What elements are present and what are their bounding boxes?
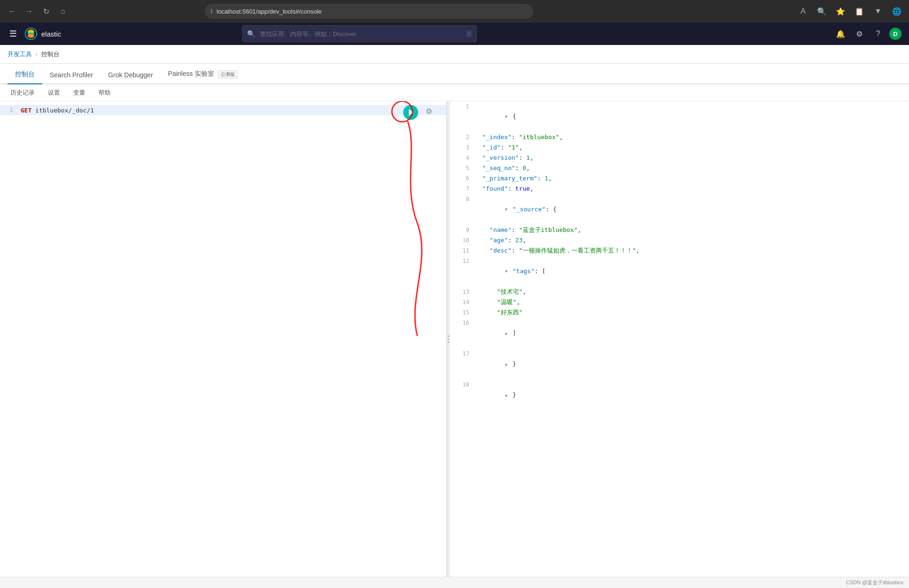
result-num-11: 11 xyxy=(450,246,473,256)
result-content-11: "desc": "一顿操作猛如虎，一看工资两千五！！！", xyxy=(473,246,909,256)
editor-area[interactable]: 1 GET itbluebox/_doc/1 xyxy=(0,101,446,577)
result-content-17: ▴ } xyxy=(473,349,909,380)
editor-line-1[interactable]: 1 GET itbluebox/_doc/1 xyxy=(0,105,446,115)
result-num-6: 6 xyxy=(450,173,473,184)
result-num-17: 17 xyxy=(450,349,473,380)
result-content-8: ▾ "_source": { xyxy=(473,194,909,225)
result-line-13: 13 "技术宅", xyxy=(450,287,909,297)
result-line-4: 4 "_version": 1, xyxy=(450,153,909,163)
result-num-13: 13 xyxy=(450,287,473,297)
global-search-icon: 🔍 xyxy=(247,30,255,37)
home-button[interactable]: ⌂ xyxy=(56,5,69,18)
result-content-5: "_seq_no": 0, xyxy=(473,163,909,173)
result-content-10: "age": 23, xyxy=(473,235,909,246)
line-content-1: GET itbluebox/_doc/1 xyxy=(19,107,446,114)
breadcrumb-devtools[interactable]: 开发工具 xyxy=(8,50,32,59)
fold-arrow-12[interactable]: ▾ xyxy=(504,268,512,275)
logo-text: elastic xyxy=(41,30,61,38)
tab-painless-lab[interactable]: Painless 实验室 公测版 xyxy=(160,65,245,84)
back-button[interactable]: ← xyxy=(6,5,19,18)
fold-arrow-1[interactable]: ▾ xyxy=(504,113,512,120)
result-content-16: ▴ ] xyxy=(473,318,909,349)
editor-panel[interactable]: 1 GET itbluebox/_doc/1 ⚙ xyxy=(0,101,447,577)
result-num-2: 2 xyxy=(450,132,473,142)
result-line-2: 2 "_index": "itbluebox", xyxy=(450,132,909,142)
result-content-4: "_version": 1, xyxy=(473,153,909,163)
result-line-10: 10 "age": 23, xyxy=(450,235,909,246)
topbar-notifications-btn[interactable]: 🔔 xyxy=(833,26,848,41)
history-button[interactable]: 历史记录 xyxy=(8,87,38,99)
result-line-12: 12 ▾ "tags": [ xyxy=(450,256,909,287)
result-num-4: 4 xyxy=(450,153,473,163)
elastic-logo: elastic xyxy=(24,27,61,40)
result-line-6: 6 "_primary_term": 1, xyxy=(450,173,909,184)
editor-settings-icon[interactable]: ⚙ xyxy=(426,107,432,116)
svg-point-3 xyxy=(28,34,34,38)
result-content-18: ▴ } xyxy=(473,380,909,410)
global-search[interactable]: 🔍 / xyxy=(242,25,477,42)
topbar-help-btn[interactable]: ? xyxy=(871,26,886,41)
result-line-7: 7 "found": true, xyxy=(450,184,909,194)
result-line-8: 8 ▾ "_source": { xyxy=(450,194,909,225)
run-button-area xyxy=(403,105,418,120)
topbar-settings-btn[interactable]: ⚙ xyxy=(852,26,867,41)
tab-console[interactable]: 控制台 xyxy=(8,66,42,84)
result-num-1: 1 xyxy=(450,101,473,132)
main-content: 1 GET itbluebox/_doc/1 ⚙ xyxy=(0,101,909,577)
address-bar[interactable]: ℹ localhost:5601/app/dev_tools#/console xyxy=(205,4,533,19)
result-line-9: 9 "name": "蓝盒子itbluebox", xyxy=(450,225,909,235)
painless-lab-badge: 公测版 xyxy=(218,70,238,79)
fold-arrow-8[interactable]: ▾ xyxy=(504,206,512,213)
code-path: itbluebox/_doc/1 xyxy=(31,107,94,114)
result-content-3: "_id": "1", xyxy=(473,142,909,153)
tab-grok-debugger[interactable]: Grok Debugger xyxy=(101,67,161,84)
result-panel: 1 ▾ { 2 "_index": "itbluebox", 3 "_id": … xyxy=(450,101,909,577)
user-avatar[interactable]: D xyxy=(889,28,901,40)
url-text: localhost:5601/app/dev_tools#/console xyxy=(217,8,322,15)
result-line-14: 14 "温暖", xyxy=(450,297,909,307)
variables-button[interactable]: 变量 xyxy=(70,87,88,99)
toolbar: 历史记录 设置 变量 帮助 xyxy=(0,84,909,101)
painless-lab-label: Painless 实验室 xyxy=(168,70,214,77)
result-content-13: "技术宅", xyxy=(473,287,909,297)
result-line-15: 15 "好东西" xyxy=(450,307,909,318)
result-num-5: 5 xyxy=(450,163,473,173)
browser-action-1[interactable]: A xyxy=(796,5,810,18)
browser-actions: A 🔍 ⭐ 📋 ▼ 🌐 xyxy=(796,5,903,18)
settings-button[interactable]: 设置 xyxy=(45,87,63,99)
forward-button[interactable]: → xyxy=(23,5,36,18)
browser-action-3[interactable]: ⭐ xyxy=(834,5,847,18)
fold-arrow-16[interactable]: ▴ xyxy=(504,329,512,336)
refresh-button[interactable]: ↻ xyxy=(39,5,53,18)
result-content-12: ▾ "tags": [ xyxy=(473,256,909,287)
result-line-11: 11 "desc": "一顿操作猛如虎，一看工资两千五！！！", xyxy=(450,246,909,256)
result-num-15: 15 xyxy=(450,307,473,318)
result-num-14: 14 xyxy=(450,297,473,307)
global-search-input[interactable] xyxy=(242,25,477,42)
breadcrumb-console: 控制台 xyxy=(41,50,60,59)
help-button[interactable]: 帮助 xyxy=(96,87,113,99)
elastic-logo-icon xyxy=(24,27,38,40)
result-content-7: "found": true, xyxy=(473,184,909,194)
run-button[interactable] xyxy=(403,105,418,120)
divider-handle xyxy=(448,332,449,346)
breadcrumb-bar: 开发工具 › 控制台 xyxy=(0,45,909,64)
result-num-8: 8 xyxy=(450,194,473,225)
run-triangle-icon xyxy=(409,109,413,116)
fold-arrow-18[interactable]: ▴ xyxy=(504,391,512,398)
browser-action-2[interactable]: 🔍 xyxy=(815,5,828,18)
footer: CSDN @蓝盒子itbluebox xyxy=(0,577,909,588)
hamburger-button[interactable]: ☰ xyxy=(8,27,19,41)
browser-action-6[interactable]: 🌐 xyxy=(890,5,903,18)
tab-search-profiler[interactable]: Search Profiler xyxy=(42,67,101,84)
line-number-1: 1 xyxy=(0,107,19,113)
run-button-circle xyxy=(403,105,418,120)
browser-action-4[interactable]: 📋 xyxy=(853,5,866,18)
tab-bar: 控制台 Search Profiler Grok Debugger Painle… xyxy=(0,64,909,84)
result-line-16: 16 ▴ ] xyxy=(450,318,909,349)
info-icon: ℹ xyxy=(210,8,213,15)
result-content-2: "_index": "itbluebox", xyxy=(473,132,909,142)
browser-action-5[interactable]: ▼ xyxy=(871,5,885,18)
breadcrumb-separator: › xyxy=(36,51,38,58)
fold-arrow-17[interactable]: ▴ xyxy=(504,360,512,367)
